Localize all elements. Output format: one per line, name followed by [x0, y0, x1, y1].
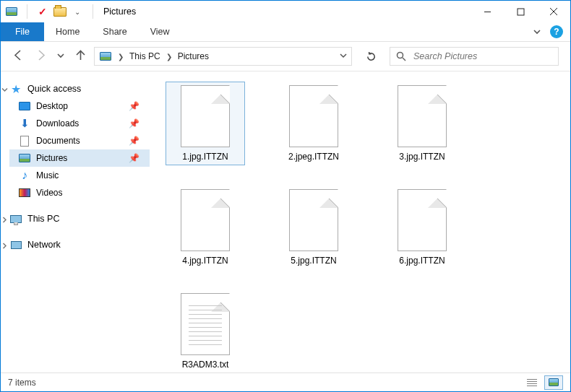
chevron-down-icon[interactable] — [1, 85, 8, 95]
sidebar-item-downloads[interactable]: ⬇Downloads📌 — [9, 115, 150, 132]
address-row: ❯ This PC ❯ Pictures — [1, 42, 570, 71]
details-icon — [527, 379, 537, 386]
file-name: 6.jpg.ITTZN — [399, 256, 445, 266]
file-name: 2.jpeg.ITTZN — [288, 152, 339, 162]
tab-share[interactable]: Share — [91, 22, 138, 41]
ribbon: File Home Share View ? — [1, 22, 570, 42]
breadcrumb-thispc[interactable]: This PC — [129, 51, 160, 61]
pin-icon: 📌 — [129, 136, 139, 146]
tab-home[interactable]: Home — [44, 22, 91, 41]
status-text: 7 items — [8, 378, 36, 388]
search-input[interactable] — [412, 51, 552, 62]
breadcrumb[interactable]: ❯ This PC ❯ Pictures — [94, 47, 352, 66]
chevron-right-icon[interactable]: ❯ — [116, 53, 125, 61]
file-name: R3ADM3.txt — [182, 360, 229, 370]
file-icon — [398, 189, 447, 251]
music-icon: ♪ — [18, 170, 31, 181]
window-title: Pictures — [102, 1, 136, 22]
sidebar-item-music[interactable]: ♪Music — [9, 167, 150, 184]
svg-rect-0 — [518, 9, 524, 15]
pin-icon: 📌 — [129, 153, 139, 163]
view-details-button[interactable] — [523, 375, 541, 390]
content-area[interactable]: 1.jpg.ITTZN2.jpeg.ITTZN3.jpg.ITTZN4.jpg.… — [153, 71, 570, 373]
pictures-icon — [99, 51, 112, 62]
search-icon — [396, 51, 406, 61]
nav-up-button[interactable] — [74, 49, 87, 64]
file-item[interactable]: 6.jpg.ITTZN — [382, 186, 462, 269]
sidebar-item-videos[interactable]: Videos — [9, 184, 150, 201]
file-name: 5.jpg.ITTZN — [291, 256, 336, 266]
file-name: 1.jpg.ITTZN — [182, 152, 228, 162]
nav-forward-button[interactable] — [35, 49, 47, 64]
close-button[interactable] — [537, 1, 570, 22]
file-icon — [181, 85, 230, 147]
videos-icon — [18, 188, 31, 199]
tab-view[interactable]: View — [139, 22, 181, 41]
help-button[interactable]: ? — [550, 25, 563, 38]
svg-point-1 — [398, 53, 403, 58]
sidebar-item-label: Pictures — [36, 153, 67, 163]
view-large-icons-button[interactable] — [544, 375, 563, 390]
file-item[interactable]: 3.jpg.ITTZN — [382, 82, 462, 165]
pin-icon: 📌 — [129, 118, 139, 129]
sidebar-quick-access[interactable]: ★ Quick access — [9, 80, 150, 97]
sidebar-item-documents[interactable]: Documents📌 — [9, 132, 150, 149]
documents-icon — [18, 136, 31, 147]
sidebar-network[interactable]: Network — [9, 236, 150, 253]
sidebar-label: Network — [27, 240, 61, 250]
breadcrumb-history-icon[interactable] — [340, 51, 347, 61]
qat-customize-icon[interactable]: ⌄ — [71, 5, 84, 18]
qat-newfolder-icon[interactable] — [53, 5, 66, 18]
file-icon — [289, 189, 338, 251]
breadcrumb-pictures[interactable]: Pictures — [178, 51, 209, 61]
downloads-icon: ⬇ — [18, 118, 31, 129]
qat-properties-icon[interactable]: ✓ — [36, 5, 49, 18]
nav-recent-button[interactable] — [57, 51, 64, 61]
network-icon — [9, 240, 22, 251]
tab-file[interactable]: File — [1, 22, 44, 41]
file-icon — [181, 189, 230, 251]
titlebar-left: ✓ ⌄ Pictures — [1, 1, 136, 22]
explorer-window: ✓ ⌄ Pictures File Home Share View ? — [1, 1, 570, 391]
pin-icon: 📌 — [129, 101, 139, 111]
quick-access-icon: ★ — [9, 84, 22, 95]
sidebar-this-pc[interactable]: This PC — [9, 210, 150, 227]
desktop-icon — [18, 101, 31, 112]
nav-back-button[interactable] — [12, 49, 25, 64]
file-item[interactable]: 5.jpg.ITTZN — [274, 186, 353, 269]
app-icon — [5, 5, 18, 18]
sidebar-item-label: Music — [36, 170, 59, 180]
file-icon — [181, 293, 230, 355]
minimize-button[interactable] — [471, 1, 504, 22]
sidebar-label: Quick access — [27, 84, 81, 94]
chevron-right-icon[interactable] — [1, 215, 8, 225]
large-icons-icon — [549, 378, 559, 386]
file-icon — [289, 85, 338, 147]
pictures-icon — [18, 153, 31, 164]
sidebar-item-label: Desktop — [36, 101, 68, 111]
sidebar-label: This PC — [27, 214, 59, 224]
file-item[interactable]: 4.jpg.ITTZN — [166, 186, 245, 269]
status-bar: 7 items — [1, 373, 570, 391]
file-item[interactable]: 1.jpg.ITTZN — [166, 82, 245, 165]
search-box[interactable] — [390, 47, 559, 66]
sidebar-item-desktop[interactable]: Desktop📌 — [9, 97, 150, 115]
file-name: 4.jpg.ITTZN — [182, 256, 228, 266]
refresh-button[interactable] — [359, 47, 382, 66]
ribbon-expand-icon[interactable] — [533, 27, 541, 36]
titlebar: ✓ ⌄ Pictures — [1, 1, 570, 22]
sidebar-item-label: Downloads — [36, 118, 79, 129]
file-item[interactable]: R3ADM3.txt — [166, 289, 245, 373]
chevron-right-icon[interactable] — [1, 241, 8, 251]
chevron-right-icon[interactable]: ❯ — [165, 53, 173, 61]
sidebar-item-pictures[interactable]: Pictures📌 — [9, 149, 150, 167]
file-icon — [398, 85, 447, 147]
file-name: 3.jpg.ITTZN — [399, 152, 445, 162]
sidebar: ★ Quick access Desktop📌⬇Downloads📌Docume… — [1, 71, 153, 373]
maximize-button[interactable] — [504, 1, 537, 22]
sidebar-item-label: Documents — [36, 136, 80, 146]
file-item[interactable]: 2.jpeg.ITTZN — [274, 82, 353, 165]
this-pc-icon — [9, 214, 22, 225]
sidebar-item-label: Videos — [36, 188, 62, 198]
